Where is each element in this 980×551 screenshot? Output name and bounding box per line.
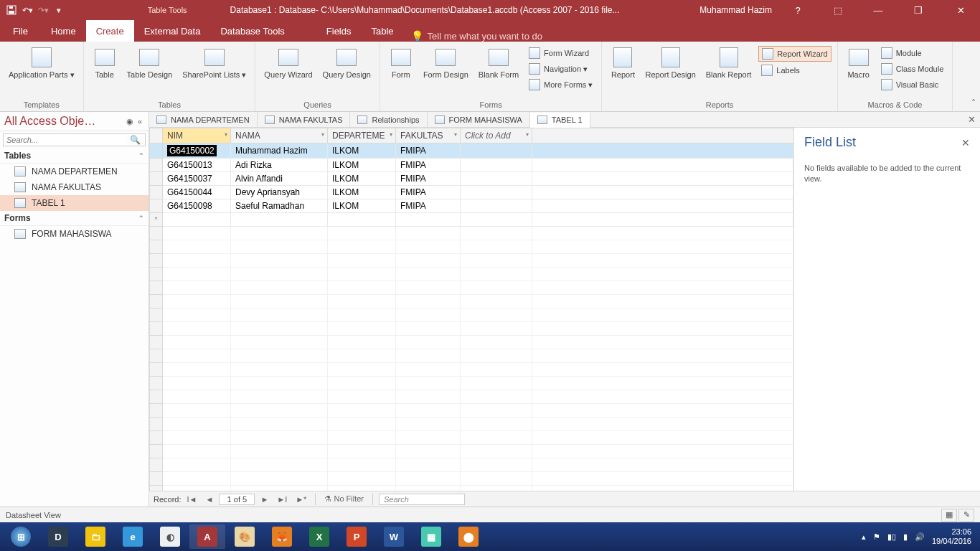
home-tab[interactable]: Home — [41, 20, 86, 42]
nav-pane-title[interactable]: All Access Obje… — [4, 115, 124, 128]
blank-report-button[interactable]: Blank Report — [702, 44, 756, 99]
help-icon[interactable]: ? — [783, 0, 812, 20]
battery-icon[interactable]: ▮ — [903, 532, 908, 542]
taskbar-access[interactable]: A — [189, 524, 225, 549]
cell-dep[interactable]: ILKOM — [328, 172, 396, 186]
new-record-indicator[interactable]: * — [150, 213, 163, 227]
nav-pane-collapse-icon[interactable]: « — [136, 117, 144, 126]
col-header-click-to-add[interactable]: Click to Add▾ — [461, 128, 532, 143]
nav-group-tables[interactable]: Tables⌃ — [0, 149, 149, 164]
taskbar-firefox[interactable]: 🦊 — [264, 524, 300, 549]
nav-item-form-mahasiswa[interactable]: FORM MAHASISWA — [0, 226, 149, 242]
class-module-button[interactable]: Class Module — [878, 62, 947, 76]
row-selector[interactable] — [150, 159, 163, 172]
row-selector[interactable] — [150, 186, 163, 199]
nav-group-forms[interactable]: Forms⌃ — [0, 211, 149, 226]
taskbar-app[interactable]: ◐ — [152, 524, 188, 549]
system-tray[interactable]: ▴ ⚑ ▮▯ ▮ 🔊 23:06 19/04/2016 — [862, 527, 977, 546]
labels-button[interactable]: Labels — [758, 63, 831, 77]
cell-dep[interactable]: ILKOM — [328, 199, 396, 213]
cell-nim[interactable]: G64150002 — [163, 143, 231, 159]
database-tools-tab[interactable]: Database Tools — [210, 20, 294, 42]
next-record-icon[interactable]: ► — [258, 495, 271, 504]
action-center-icon[interactable]: ⚑ — [873, 532, 880, 542]
fields-tab[interactable]: Fields — [316, 20, 362, 42]
taskbar-foxit[interactable]: ⬤ — [451, 524, 486, 549]
create-tab[interactable]: Create — [86, 20, 134, 42]
module-button[interactable]: Module — [878, 46, 947, 60]
undo-icon[interactable]: ↶▾ — [22, 4, 33, 16]
application-parts-button[interactable]: Application Parts ▾ — [4, 44, 79, 99]
start-button[interactable]: ⊞ — [3, 524, 39, 549]
cell-nim[interactable]: G64150013 — [163, 159, 231, 172]
taskbar-file-explorer[interactable]: 🗀 — [77, 524, 113, 549]
taskbar-powerpoint[interactable]: P — [339, 524, 374, 549]
form-button[interactable]: Form — [385, 44, 418, 99]
doctab-close-icon[interactable]: ✕ — [963, 112, 980, 127]
table-row[interactable]: G64150098Saeful RamadhanILKOMFMIPA — [150, 199, 793, 213]
cell-nama[interactable]: Devy Apriansyah — [231, 186, 328, 199]
dropdown-icon[interactable]: ▾ — [454, 131, 457, 138]
last-record-icon[interactable]: ►I — [274, 495, 290, 504]
table-row[interactable]: G64150013Adi RizkaILKOMFMIPA — [150, 159, 793, 172]
col-header-nim[interactable]: NIM▾ — [163, 128, 231, 143]
taskbar-app[interactable]: ▦ — [413, 524, 449, 549]
report-button[interactable]: Report — [606, 44, 639, 99]
report-design-button[interactable]: Report Design — [641, 44, 699, 99]
cell-nim[interactable]: G64150037 — [163, 172, 231, 186]
cell-nama[interactable]: Muhammad Hazim — [231, 143, 328, 159]
doctab-form-mahasiswa[interactable]: FORM MAHASISWA — [428, 112, 530, 127]
dropdown-icon[interactable]: ▾ — [321, 131, 324, 138]
nav-item-nama-fakultas[interactable]: NAMA FAKULTAS — [0, 179, 149, 195]
nav-search-input[interactable] — [4, 134, 126, 146]
table-tab[interactable]: Table — [362, 20, 404, 42]
record-position[interactable]: 1 of 5 — [219, 494, 255, 505]
form-design-button[interactable]: Form Design — [419, 44, 473, 99]
save-icon[interactable] — [6, 4, 17, 16]
ribbon-display-options-icon[interactable]: ⬚ — [824, 0, 852, 20]
file-tab[interactable]: File — [0, 20, 41, 42]
cell-fak[interactable]: FMIPA — [396, 159, 461, 172]
cell-dep[interactable]: ILKOM — [328, 143, 396, 159]
tray-up-icon[interactable]: ▴ — [862, 532, 866, 542]
nav-item-tabel-1[interactable]: TABEL 1 — [0, 195, 149, 211]
navigation-button[interactable]: Navigation ▾ — [526, 62, 595, 76]
external-data-tab[interactable]: External Data — [134, 20, 211, 42]
query-design-button[interactable]: Query Design — [319, 44, 375, 99]
visual-basic-button[interactable]: Visual Basic — [878, 77, 947, 92]
cell-nim[interactable]: G64150098 — [163, 199, 231, 213]
cell-dep[interactable]: ILKOM — [328, 159, 396, 172]
blank-form-button[interactable]: Blank Form — [474, 44, 523, 99]
dropdown-icon[interactable]: ▾ — [390, 131, 392, 138]
design-view-icon[interactable]: ✎ — [958, 509, 974, 522]
doctab-nama-departemen[interactable]: NAMA DEPARTEMEN — [149, 112, 258, 127]
doctab-relationships[interactable]: Relationships — [350, 112, 427, 127]
new-record-icon[interactable]: ►* — [293, 495, 309, 504]
cell-nama[interactable]: Saeful Ramadhan — [231, 199, 328, 213]
cell-nama[interactable]: Adi Rizka — [231, 159, 328, 172]
cell-nama[interactable]: Alvin Affandi — [231, 172, 328, 186]
cell-nim[interactable]: G64150044 — [163, 186, 231, 199]
sharepoint-lists-button[interactable]: SharePoint Lists ▾ — [178, 44, 250, 99]
cell-fak[interactable]: FMIPA — [396, 143, 461, 159]
taskbar-ie[interactable]: e — [115, 524, 151, 549]
field-list-close-icon[interactable]: ✕ — [961, 137, 970, 149]
report-wizard-button[interactable]: Report Wizard — [758, 46, 831, 62]
row-selector[interactable] — [150, 199, 163, 213]
cell-fak[interactable]: FMIPA — [396, 186, 461, 199]
taskbar-word[interactable]: W — [376, 524, 412, 549]
datasheet-view-icon[interactable]: ▦ — [941, 509, 957, 522]
redo-icon[interactable]: ↷▾ — [37, 4, 49, 16]
row-selector[interactable] — [150, 143, 163, 159]
new-record-row[interactable]: * — [150, 213, 793, 227]
taskbar-excel[interactable]: X — [301, 524, 337, 549]
row-selector[interactable] — [150, 172, 163, 186]
macro-button[interactable]: Macro — [842, 44, 875, 99]
nav-search[interactable]: 🔍 — [3, 133, 146, 146]
doctab-nama-fakultas[interactable]: NAMA FAKULTAS — [258, 112, 351, 127]
table-row[interactable]: G64150044Devy ApriansyahILKOMFMIPA — [150, 186, 793, 199]
nav-pane-menu-icon[interactable]: ◉ — [124, 117, 136, 126]
more-forms-button[interactable]: More Forms ▾ — [526, 77, 595, 92]
doctab-tabel-1[interactable]: TABEL 1 — [530, 113, 590, 128]
cell-dep[interactable]: ILKOM — [328, 186, 396, 199]
